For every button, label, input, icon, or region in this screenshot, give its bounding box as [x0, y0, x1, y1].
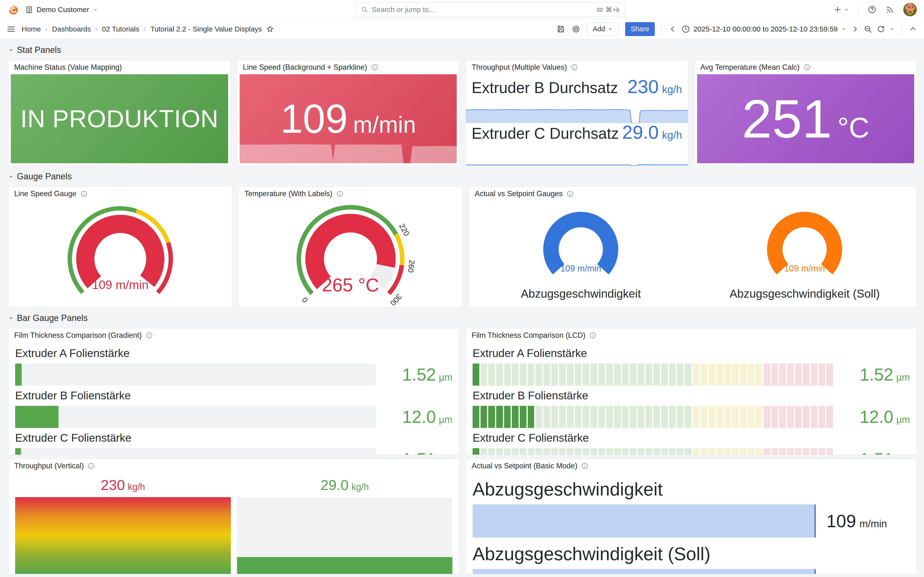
- gauge-actual-group: 109 m/min Abzugsgeschwindigkeit: [469, 201, 693, 307]
- info-icon[interactable]: [336, 190, 343, 197]
- lcd-cell: [779, 406, 786, 428]
- lcd-cell: [583, 364, 589, 386]
- dashboard-toolbar: Home › Dashboards › 02 Tutorials › Tutor…: [0, 19, 924, 39]
- lcd-cell: [606, 406, 613, 428]
- lcd-cell: [756, 406, 762, 428]
- svg-text:265 °C: 265 °C: [322, 274, 379, 295]
- add-button[interactable]: Add: [587, 22, 619, 36]
- lcd-cell: [669, 406, 676, 428]
- add-menu-button[interactable]: [833, 5, 849, 14]
- org-switcher[interactable]: Demo Customer: [25, 5, 98, 14]
- search-shortcut: ⌘+k: [596, 6, 620, 14]
- keyboard-icon: [596, 6, 603, 13]
- lcd-cell: [701, 406, 707, 428]
- lcd-cell: [504, 448, 511, 455]
- bar-track: [15, 497, 231, 574]
- lcd-cell: [646, 406, 652, 428]
- news-rss-icon[interactable]: [885, 5, 894, 14]
- lcd-cell: [504, 364, 511, 386]
- refresh-icon[interactable]: [877, 25, 885, 34]
- info-icon[interactable]: [571, 64, 578, 71]
- lcd-cell: [559, 364, 566, 386]
- lcd-cell: [685, 406, 691, 428]
- row-header-bar-gauge-panels[interactable]: Bar Gauge Panels: [8, 311, 917, 325]
- info-icon[interactable]: [87, 462, 95, 469]
- panel-title[interactable]: Actual vs Setpoint (Basic Mode): [466, 459, 916, 473]
- gauge-setpoint-group: 109 m/min Abzugsgeschwindigkeit (Soll): [693, 201, 916, 307]
- time-back-icon[interactable]: [669, 25, 677, 34]
- panel-throughput-stat: Throughput (Multiple Values) Extruder B …: [465, 60, 688, 166]
- refresh-interval-chevron-icon[interactable]: [890, 26, 895, 32]
- menu-icon[interactable]: [7, 25, 15, 34]
- lcd-cell: [520, 448, 527, 455]
- bar-row: Extruder A Folienstärke 1.52µm: [473, 343, 910, 386]
- info-icon[interactable]: [80, 190, 87, 197]
- panel-basic-mode: Actual vs Setpoint (Basic Mode) Abzugsge…: [465, 459, 917, 574]
- panel-title[interactable]: Line Speed Gauge: [8, 187, 232, 201]
- time-range-picker[interactable]: 2025-12-10 00:00:00 to 2025-12-10 23:59:…: [682, 25, 846, 34]
- panel-title[interactable]: Machine Status (Value Mapping): [8, 60, 231, 74]
- help-icon[interactable]: [868, 5, 876, 14]
- lcd-cell: [520, 364, 527, 386]
- grafana-logo[interactable]: [7, 3, 20, 16]
- lcd-cell: [661, 448, 668, 455]
- sparkline: [466, 155, 688, 166]
- panel-title[interactable]: Throughput (Vertical): [8, 459, 459, 473]
- panel-title[interactable]: Film Thickness Comparison (Gradient): [8, 329, 459, 342]
- bar-value: 1.51µm: [841, 449, 910, 455]
- gauge-label: Abzugsgeschwindigkeit (Soll): [730, 287, 880, 300]
- stat-extruder-b: Extruder B Durchsatz 230 kg/h: [466, 74, 688, 120]
- lcd-cell: [543, 406, 550, 428]
- lcd-cell: [496, 406, 503, 428]
- avatar[interactable]: [903, 3, 917, 16]
- panel-title[interactable]: Line Speed (Background + Sparkline): [237, 60, 459, 74]
- lcd-cell: [764, 364, 770, 386]
- lcd-cell: [630, 364, 636, 386]
- bar-value: 1.52µm: [841, 365, 910, 384]
- panel-title[interactable]: Avg Temperature (Mean Calc): [695, 60, 917, 74]
- breadcrumb-folder[interactable]: 02 Tutorials: [102, 25, 139, 33]
- lcd-cell: [520, 406, 527, 428]
- lcd-cell: [543, 448, 550, 455]
- panel-title[interactable]: Throughput (Multiple Values): [466, 60, 688, 74]
- breadcrumb-home[interactable]: Home: [22, 25, 41, 33]
- search-input[interactable]: Search or jump to... ⌘+k: [355, 2, 625, 17]
- gear-icon[interactable]: [572, 25, 580, 34]
- panel-title[interactable]: Film Thickness Comparison (LCD): [466, 329, 916, 342]
- bar-fill: [15, 406, 58, 428]
- stat-background: 109 m/min: [240, 74, 457, 163]
- lcd-cell: [787, 364, 794, 386]
- lcd-cell: [708, 406, 715, 428]
- info-icon[interactable]: [145, 332, 153, 339]
- lcd-cell: [653, 364, 660, 386]
- collapse-toolbar-icon[interactable]: [909, 25, 917, 34]
- lcd-cell: [488, 448, 495, 455]
- lcd-cell: [811, 364, 817, 386]
- info-icon[interactable]: [567, 190, 573, 197]
- lcd-cell: [630, 406, 636, 428]
- info-icon[interactable]: [581, 462, 588, 469]
- bar-track: [15, 448, 376, 455]
- zoom-out-icon[interactable]: [864, 25, 872, 34]
- lcd-cell: [701, 448, 707, 455]
- info-icon[interactable]: [589, 332, 596, 339]
- info-icon[interactable]: [371, 64, 378, 71]
- bar-fill: [15, 497, 231, 574]
- chevron-down-icon: [94, 9, 97, 10]
- panel-title[interactable]: Temperature (With Labels): [239, 187, 462, 201]
- favorite-star-icon[interactable]: [266, 25, 274, 33]
- row-header-gauge-panels[interactable]: Gauge Panels: [8, 170, 917, 183]
- row-header-stat-panels[interactable]: Stat Panels: [8, 43, 917, 57]
- lcd-cell: [551, 448, 558, 455]
- panel-title[interactable]: Actual vs Setpoint Gauges: [469, 187, 916, 201]
- breadcrumb-dashboards[interactable]: Dashboards: [52, 25, 91, 33]
- info-icon[interactable]: [803, 64, 811, 71]
- svg-text:109 m/min: 109 m/min: [92, 278, 149, 292]
- save-icon[interactable]: [556, 25, 565, 34]
- time-forward-icon[interactable]: [851, 25, 859, 34]
- lcd-cell: [764, 406, 770, 428]
- share-button[interactable]: Share: [625, 22, 655, 36]
- lcd-cell: [512, 406, 519, 428]
- gauge-line-speed: 109 m/min: [53, 205, 187, 304]
- lcd-cell: [677, 364, 683, 386]
